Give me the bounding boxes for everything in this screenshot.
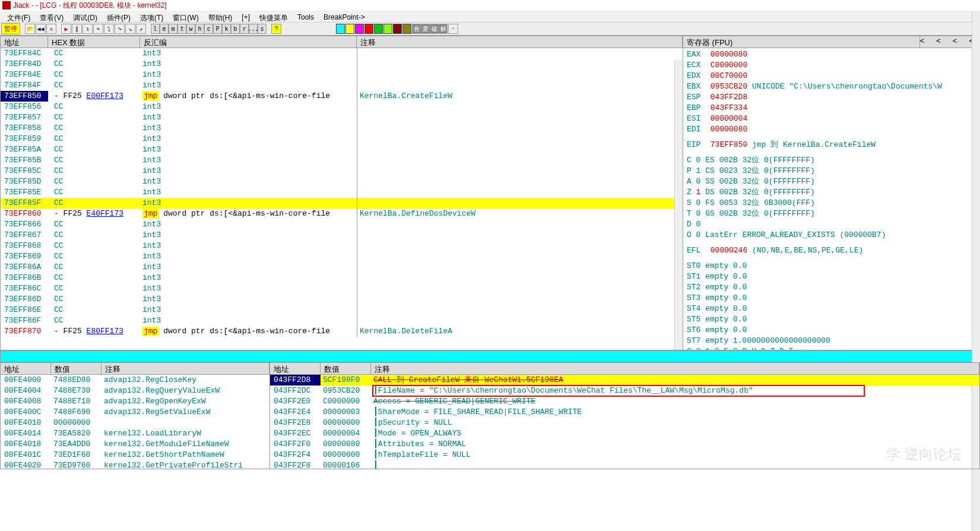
cpu-row[interactable]: 73EFF86B CCint3 (1, 273, 683, 283)
menu-item-3[interactable]: 插件(P) (102, 12, 135, 21)
cpu-row[interactable]: 73EFF85E CCint3 (1, 187, 683, 198)
cpu-row[interactable]: 73EFF86F CCint3 (1, 315, 683, 326)
dump-row[interactable]: 00FE402073ED9760kernel32.GetPrivateProfi… (1, 460, 269, 469)
nav-left3-icon[interactable]: < (953, 36, 957, 48)
stack-row[interactable]: 043FF2EC00000004┃Mode = OPEN_ALWAYS (270, 428, 979, 439)
cpu-row[interactable]: 73EFF86A CCint3 (1, 262, 683, 273)
fpu-st0[interactable]: ST0 empty 0.0 (687, 261, 976, 271)
stack-body[interactable]: 043FF2D85CF198F0CALL 到 CreateFileW 来自 We… (270, 375, 979, 469)
cpu-col-hex[interactable]: HEX 数据 (48, 36, 140, 48)
window-btn-c[interactable]: c (204, 24, 213, 34)
reg-ebp[interactable]: EBP 043FF334 (687, 103, 976, 113)
rewind-icon[interactable]: ◀◀ (36, 24, 46, 34)
cpu-row[interactable]: 73EFF859 CCint3 (1, 134, 683, 144)
close-icon[interactable]: ✕ (46, 24, 56, 34)
color-cyan-icon[interactable] (336, 24, 345, 34)
dump-row[interactable]: 00FE401473EA5820kernel32.LoadLibraryW (1, 428, 269, 439)
stack-col-addr[interactable]: 地址 (270, 363, 321, 374)
cpu-row[interactable]: 73EFF85D CCint3 (1, 176, 683, 187)
reg-esp[interactable]: ESP 043FF2D8 (687, 92, 976, 103)
menu-item-2[interactable]: 调试(D) (68, 12, 102, 21)
stack-row[interactable]: 043FF2D85CF198F0CALL 到 CreateFileW 来自 We… (270, 375, 979, 385)
dump-row[interactable]: 00FE401C73ED1F60kernel32.GetShortPathNam… (1, 450, 269, 460)
window-btn-h[interactable]: h (195, 24, 204, 34)
cpu-row[interactable]: 73EFF86D CCint3 (1, 294, 683, 305)
dump-row[interactable]: 00FE40047488E730advapi32.RegQueryValueEx… (1, 385, 269, 396)
menu-item-1[interactable]: 查看(V) (35, 12, 68, 21)
cpu-row[interactable]: 73EFF850- FF25 E00FF173jmp dword ptr ds:… (1, 91, 683, 102)
color-maroon-icon[interactable] (393, 24, 402, 34)
dump-row[interactable]: 00FE40087488E710advapi32.RegOpenKeyExW (1, 396, 269, 407)
color-olive-icon[interactable] (402, 24, 411, 34)
window-btn-l[interactable]: l (151, 24, 160, 34)
window-btn-w[interactable]: w (186, 24, 195, 34)
color-magenta-icon[interactable] (355, 24, 364, 34)
dump-col-val[interactable]: 数值 (51, 363, 102, 374)
reg-body[interactable]: EAX 00000080 ECX C0000000 EDX 00C70000 E… (683, 48, 979, 350)
cpu-row[interactable]: 73EFF869 CCint3 (1, 251, 683, 262)
run-till-ret-icon[interactable]: ↘ (125, 24, 135, 34)
flag-C[interactable]: C 0 ES 002B 32位 0(FFFFFFFF) (687, 155, 976, 166)
reg-edx[interactable]: EDX 00C70000 (687, 71, 976, 81)
reg-ecx[interactable]: ECX C0000000 (687, 60, 976, 71)
menu-item-0[interactable]: 文件(F) (2, 12, 35, 21)
cpu-row[interactable]: 73EFF868 CCint3 (1, 241, 683, 251)
reg-efl[interactable]: EFL 00000246 (NO,NB,E,BE,NS,PE,GE,LE) (687, 245, 976, 256)
dump-body[interactable]: 00FE40007488ED80advapi32.RegCloseKey00FE… (1, 375, 269, 469)
fpu-st5[interactable]: ST5 empty 0.0 (687, 314, 976, 325)
trace-over-icon[interactable]: ⤷ (115, 24, 125, 34)
reg-edi[interactable]: EDI 00000080 (687, 124, 976, 135)
window-btn-s[interactable]: s (258, 24, 267, 34)
cpu-row[interactable]: 73EFF866 CCint3 (1, 219, 683, 230)
stack-row[interactable]: 043FF2DC0953CB20┃FileName = "C:\Users\ch… (270, 385, 979, 396)
cpu-row[interactable]: 73EFF85C CCint3 (1, 166, 683, 176)
color-lime-icon[interactable] (383, 24, 392, 34)
ch-btn-0[interactable]: 吾 (412, 24, 421, 34)
trace-into-icon[interactable]: ⤵ (104, 24, 114, 34)
reg-ebx[interactable]: EBX 0953CB20 UNICODE "C:\Users\chenrongt… (687, 81, 976, 92)
stack-col-val[interactable]: 数值 (321, 363, 371, 374)
fpu-st6[interactable]: ST6 empty 0.0 (687, 325, 976, 336)
color-yellow-icon[interactable] (345, 24, 354, 34)
stack-row[interactable]: 043FF2F400000000┃hTemplateFile = NULL (270, 450, 979, 460)
color-red-icon[interactable] (364, 24, 373, 34)
cpu-row[interactable]: 73EFF84E CCint3 (1, 69, 683, 80)
menu-item-10[interactable]: BreakPoint-> (319, 12, 370, 21)
fpu-st2[interactable]: ST2 empty 0.0 (687, 282, 976, 293)
flag-A[interactable]: A 0 SS 002B 32位 0(FFFFFFFF) (687, 176, 976, 187)
stack-row[interactable]: 043FF2E0C0000000Access = GENERIC_READ|GE… (270, 396, 979, 407)
flag-P[interactable]: P 1 CS 0023 32位 0(FFFFFFFF) (687, 166, 976, 176)
ch-btn-1[interactable]: 爱 (421, 24, 430, 34)
dump-row[interactable]: 00FE401873EA4DD0kernel32.GetModuleFileNa… (1, 439, 269, 450)
window-btn-k[interactable]: k (222, 24, 231, 34)
dump-row[interactable]: 00FE401000000000 (1, 418, 269, 428)
color-green-icon[interactable] (374, 24, 383, 34)
stack-row[interactable]: 043FF2F000000080┃Attributes = NORMAL (270, 439, 979, 450)
cpu-row[interactable]: 73EFF867 CCint3 (1, 230, 683, 241)
window-btn-...[interactable]: ... (249, 24, 258, 34)
dump-col-addr[interactable]: 地址 (1, 363, 51, 374)
flag-T[interactable]: T 0 GS 002B 32位 0(FFFFFFFF) (687, 208, 976, 219)
step-out-icon[interactable]: ↗ (136, 24, 146, 34)
stack-row[interactable]: 043FF2F800000106┃ (270, 460, 979, 469)
stack-row[interactable]: 043FF2E800000000┃pSecurity = NULL (270, 418, 979, 428)
dump-row[interactable]: 00FE40007488ED80advapi32.RegCloseKey (1, 375, 269, 385)
cpu-row[interactable]: 73EFF857 CCint3 (1, 112, 683, 123)
play-icon[interactable]: ▶ (61, 24, 71, 34)
fpu-st4[interactable]: ST4 empty 0.0 (687, 304, 976, 314)
stack-row[interactable]: 043FF2E400000003┃ShareMode = FILE_SHARE_… (270, 407, 979, 418)
cpu-row[interactable]: 73EFF856 CCint3 (1, 102, 683, 112)
fpu-st1[interactable]: ST1 empty 0.0 (687, 271, 976, 282)
menu-item-4[interactable]: 选项(T) (135, 12, 168, 21)
cpu-col-addr[interactable]: 地址 (1, 36, 48, 48)
cpu-row[interactable]: 73EFF84C CCint3 (1, 48, 683, 59)
ch-btn-3[interactable]: 解 (439, 24, 448, 34)
step-over-icon[interactable]: ↷ (93, 24, 103, 34)
flag-S[interactable]: S 0 FS 0053 32位 6B3000(FFF) (687, 198, 976, 208)
cpu-row[interactable]: 73EFF84D CCint3 (1, 59, 683, 69)
menu-item-7[interactable]: [+] (237, 12, 255, 21)
flag-D[interactable]: D 0 (687, 219, 976, 230)
cpu-row[interactable]: 73EFF85B CCint3 (1, 155, 683, 166)
cpu-row[interactable]: 73EFF860- FF25 E40FF173jmp dword ptr ds:… (1, 208, 683, 219)
window-btn-m[interactable]: m (169, 24, 177, 34)
